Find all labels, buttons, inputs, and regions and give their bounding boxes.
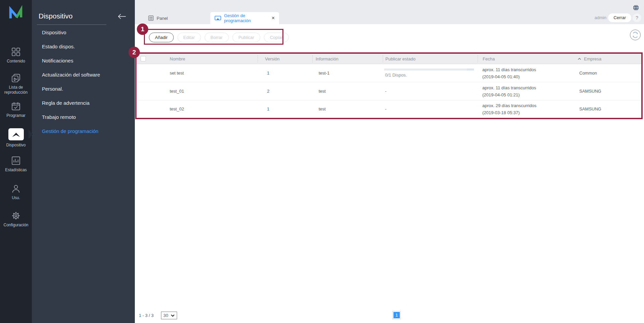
fecha-absolute: (2019-04-05 01:21) bbox=[482, 91, 572, 98]
icon-rail: Contenido Lista de reproducción Programa… bbox=[0, 0, 32, 323]
tab-panel[interactable]: Panel bbox=[145, 12, 171, 24]
schedule-icon bbox=[0, 101, 32, 111]
sidebar-item-gestion-programacion[interactable]: Gestión de programación bbox=[32, 124, 135, 138]
publish-status-text: 0/1 Dispos. bbox=[385, 73, 478, 78]
rail-label: Contenido bbox=[0, 59, 32, 64]
rail-item-usuarios[interactable]: Usu. bbox=[0, 184, 32, 200]
cell-version: 1 bbox=[258, 71, 312, 76]
cell-version: 1 bbox=[258, 106, 312, 111]
column-header-label: Empresa bbox=[584, 56, 601, 61]
cell-empresa: Common bbox=[572, 71, 641, 76]
table-row[interactable]: test_01 2 test - aprox. 11 días transcur… bbox=[137, 82, 641, 100]
rail-label: Lista de reproducción bbox=[0, 85, 32, 95]
rail-item-estadisticas[interactable]: Estadísticas bbox=[0, 156, 32, 173]
column-header-fecha[interactable]: Fecha bbox=[478, 55, 572, 62]
cell-nombre: test_01 bbox=[152, 89, 258, 94]
grid-icon bbox=[0, 47, 32, 56]
fecha-relative: aprox. 11 días transcurridos bbox=[482, 84, 572, 91]
page-size-value: 30 bbox=[163, 313, 168, 318]
pagination-page-1[interactable]: 1 bbox=[393, 312, 400, 318]
cast-icon bbox=[215, 16, 221, 21]
sidebar-item-trabajo-remoto[interactable]: Trabajo remoto bbox=[32, 110, 135, 124]
rail-label: Programar bbox=[0, 113, 32, 118]
page-size-select[interactable]: 30 bbox=[161, 312, 177, 319]
sidebar-item-estado-dispos[interactable]: Estado dispos. bbox=[32, 40, 135, 54]
device-cast-icon bbox=[8, 128, 24, 140]
sidebar-item-notificaciones[interactable]: Notificaciones bbox=[32, 54, 135, 68]
rail-item-configuracion[interactable]: Configuración bbox=[0, 211, 32, 228]
tab-gestion-de-programacion[interactable]: Gestión de programación × bbox=[210, 12, 279, 24]
playlist-icon bbox=[0, 73, 32, 83]
fecha-absolute: (2019-03-18 05:37) bbox=[482, 109, 572, 116]
rail-item-dispositivo-active[interactable]: Dispositivo bbox=[0, 128, 32, 148]
statistics-icon bbox=[0, 156, 32, 165]
top-bar: Panel Gestión de programación × admin Ce… bbox=[135, 0, 644, 24]
column-header-empresa[interactable]: Empresa bbox=[572, 55, 641, 62]
column-header-publicar-estado[interactable]: Publicar estado bbox=[383, 55, 478, 62]
cell-informacion: test bbox=[312, 89, 383, 94]
cell-empresa: SAMSUNG bbox=[572, 89, 641, 94]
edit-button[interactable]: Editar bbox=[177, 33, 201, 42]
pagination-current-frame: 1 bbox=[392, 311, 401, 319]
dashboard-icon bbox=[148, 15, 154, 21]
rail-label: Estadísticas bbox=[0, 168, 32, 173]
cell-version: 2 bbox=[258, 89, 312, 94]
column-header-version[interactable]: Versión bbox=[258, 55, 312, 62]
schedule-table: Nombre Versión Información Publicar esta… bbox=[137, 54, 641, 118]
sidebar-item-actualizacion-software[interactable]: Actualización del software bbox=[32, 68, 135, 82]
select-all-checkbox[interactable] bbox=[141, 56, 146, 61]
magicinfo-logo bbox=[8, 5, 23, 21]
cell-informacion: test-1 bbox=[312, 71, 383, 76]
cell-fecha: aprox. 11 días transcurridos (2019-04-05… bbox=[478, 84, 572, 98]
collapse-sidebar-button[interactable] bbox=[117, 13, 126, 21]
sidebar-divider bbox=[37, 25, 106, 25]
add-button[interactable]: Añadir bbox=[149, 33, 174, 42]
rail-item-contenido[interactable]: Contenido bbox=[0, 47, 32, 64]
sidebar-item-personal[interactable]: Personal. bbox=[32, 82, 135, 96]
fecha-absolute: (2019-04-05 01:40) bbox=[482, 73, 572, 80]
publish-button[interactable]: Publicar bbox=[232, 33, 260, 42]
help-button[interactable]: ? bbox=[633, 13, 641, 22]
delete-button[interactable]: Borrar bbox=[205, 33, 229, 42]
fecha-relative: aprox. 11 días transcurridos bbox=[482, 66, 572, 73]
column-header-nombre[interactable]: Nombre bbox=[152, 55, 258, 62]
copy-button[interactable]: Copiar bbox=[264, 33, 289, 42]
fecha-relative: aprox. 29 días transcurridos bbox=[482, 102, 572, 109]
tab-label: Panel bbox=[157, 16, 168, 21]
language-globe-icon[interactable] bbox=[633, 5, 639, 12]
cell-publicar-estado: - bbox=[383, 106, 478, 111]
cell-nombre: set test bbox=[152, 71, 258, 76]
annotation-badge-2: 2 bbox=[128, 47, 140, 58]
rail-label: Configuración bbox=[0, 223, 32, 228]
refresh-button[interactable] bbox=[630, 30, 641, 40]
pagination-range: 1 - 3 / 3 bbox=[139, 313, 154, 318]
cell-publicar-estado: 0/1 Dispos. bbox=[383, 68, 478, 78]
sidebar-menu: Dispositivo Estado dispos. Notificacione… bbox=[32, 26, 135, 138]
table-header-row: Nombre Versión Información Publicar esta… bbox=[137, 54, 641, 64]
tab-label: Gestión de programación bbox=[224, 13, 269, 23]
cell-nombre: test_02 bbox=[152, 106, 258, 111]
sidebar-item-regla-advertencia[interactable]: Regla de advertencia bbox=[32, 96, 135, 110]
active-rail-notch bbox=[29, 130, 33, 139]
logout-button[interactable]: Cerrar bbox=[608, 13, 631, 22]
sidebar-item-dispositivo[interactable]: Dispositivo bbox=[32, 26, 135, 40]
cell-publicar-estado: - bbox=[383, 89, 478, 94]
table-row[interactable]: set test 1 test-1 0/1 Dispos. aprox. 11 … bbox=[137, 64, 641, 82]
sort-ascending-icon bbox=[578, 58, 581, 60]
cell-informacion: test bbox=[312, 106, 383, 111]
cell-fecha: aprox. 29 días transcurridos (2019-03-18… bbox=[478, 102, 572, 116]
cell-fecha: aprox. 11 días transcurridos (2019-04-05… bbox=[478, 66, 572, 80]
rail-item-programar[interactable]: Programar bbox=[0, 101, 32, 118]
table-row[interactable]: test_02 1 test - aprox. 29 días transcur… bbox=[137, 100, 641, 118]
chevron-down-icon bbox=[171, 314, 175, 317]
sidebar-title: Dispositivo bbox=[39, 12, 73, 20]
rail-item-lista-de-reproduccion[interactable]: Lista de reproducción bbox=[0, 73, 32, 95]
close-tab-icon[interactable]: × bbox=[272, 15, 275, 21]
gear-icon bbox=[0, 211, 32, 220]
cell-empresa: SAMSUNG bbox=[572, 106, 641, 111]
schedule-toolbar: Añadir Editar Borrar Publicar Copiar bbox=[149, 33, 289, 42]
publish-progress-bar bbox=[384, 68, 474, 71]
user-icon bbox=[0, 184, 32, 193]
logged-in-user: admin bbox=[595, 15, 606, 20]
column-header-informacion[interactable]: Información bbox=[312, 55, 383, 62]
